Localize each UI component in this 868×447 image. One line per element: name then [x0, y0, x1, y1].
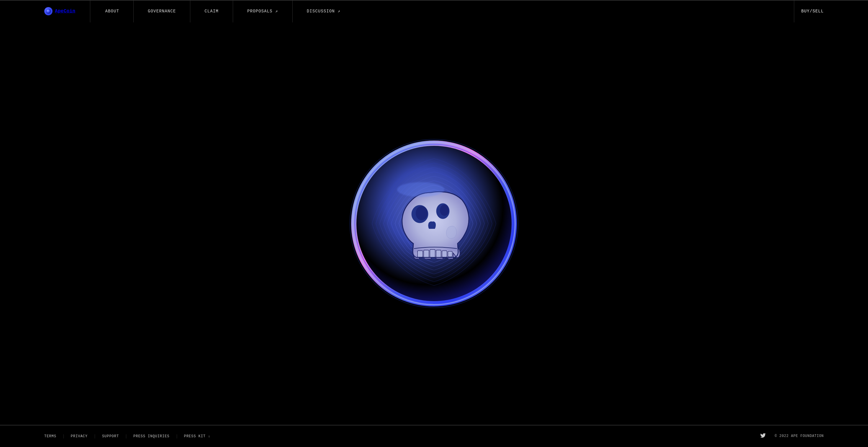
svg-rect-11: [436, 250, 441, 258]
footer-link-support[interactable]: SUPPORT: [95, 434, 126, 439]
footer-link-press-kit[interactable]: PRESS KIT ↓: [177, 434, 218, 439]
logo-icon: [44, 7, 53, 16]
nav-divider-4: [233, 0, 233, 23]
svg-point-0: [46, 8, 51, 14]
svg-rect-9: [424, 250, 429, 258]
svg-rect-13: [448, 251, 452, 257]
copyright-text: © 2022 APE FOUNDATION: [775, 434, 824, 438]
nav-link-governance[interactable]: GOVERNANCE: [148, 9, 176, 13]
footer-link-terms[interactable]: TERMS: [44, 434, 63, 439]
nav-links: ABOUT GOVERNANCE CLAIM PROPOSALS ↗ DISCU…: [105, 0, 340, 23]
main-nav: ApeCoin ABOUT GOVERNANCE CLAIM PROPOSALS…: [0, 0, 868, 22]
twitter-link[interactable]: [760, 433, 766, 440]
svg-rect-10: [430, 249, 435, 258]
nav-item-claim[interactable]: CLAIM: [205, 8, 219, 14]
main-content: [0, 22, 868, 425]
nav-divider-2: [133, 0, 134, 23]
footer-item-privacy[interactable]: PRIVACY: [63, 434, 95, 439]
nav-item-about[interactable]: ABOUT: [105, 8, 119, 14]
svg-point-17: [397, 182, 444, 197]
footer-item-press-kit[interactable]: PRESS KIT ↓: [177, 434, 218, 439]
nav-item-proposals[interactable]: PROPOSALS ↗: [247, 8, 278, 14]
nav-link-proposals[interactable]: PROPOSALS ↗: [247, 9, 278, 13]
svg-rect-12: [442, 251, 447, 257]
coin-image: [345, 135, 523, 312]
nav-divider-3: [190, 0, 190, 23]
nav-link-about[interactable]: ABOUT: [105, 9, 119, 13]
nav-left: ApeCoin ABOUT GOVERNANCE CLAIM PROPOSALS…: [44, 0, 340, 23]
coin-container: [345, 135, 523, 312]
nav-item-governance[interactable]: GOVERNANCE: [148, 8, 176, 14]
footer-right: © 2022 APE FOUNDATION: [760, 433, 824, 440]
twitter-icon: [760, 433, 766, 439]
footer-item-support[interactable]: SUPPORT: [95, 434, 126, 439]
footer-border: [0, 425, 868, 425]
footer-item-press-inquiries[interactable]: PRESS INQUIRIES: [126, 434, 177, 439]
svg-point-5: [416, 206, 428, 220]
logo-link[interactable]: ApeCoin: [44, 7, 75, 16]
nav-item-discussion[interactable]: DISCUSSION ↗: [307, 8, 340, 14]
nav-right: BUY/SELL: [794, 0, 824, 23]
nav-divider-1: [90, 0, 90, 23]
nav-link-buysell[interactable]: BUY/SELL: [794, 9, 824, 13]
main-footer: TERMS PRIVACY SUPPORT PRESS INQUIRIES PR…: [0, 425, 868, 447]
nav-link-claim[interactable]: CLAIM: [205, 9, 219, 13]
svg-point-7: [440, 205, 449, 216]
footer-item-terms[interactable]: TERMS: [44, 434, 63, 439]
brand-name: ApeCoin: [55, 8, 75, 14]
footer-links: TERMS PRIVACY SUPPORT PRESS INQUIRIES PR…: [44, 434, 217, 439]
footer-link-press-inquiries[interactable]: PRESS INQUIRIES: [126, 434, 177, 439]
svg-rect-8: [417, 251, 423, 257]
nav-divider-5: [292, 0, 293, 23]
footer-link-privacy[interactable]: PRIVACY: [63, 434, 95, 439]
nav-link-discussion[interactable]: DISCUSSION ↗: [307, 9, 340, 13]
